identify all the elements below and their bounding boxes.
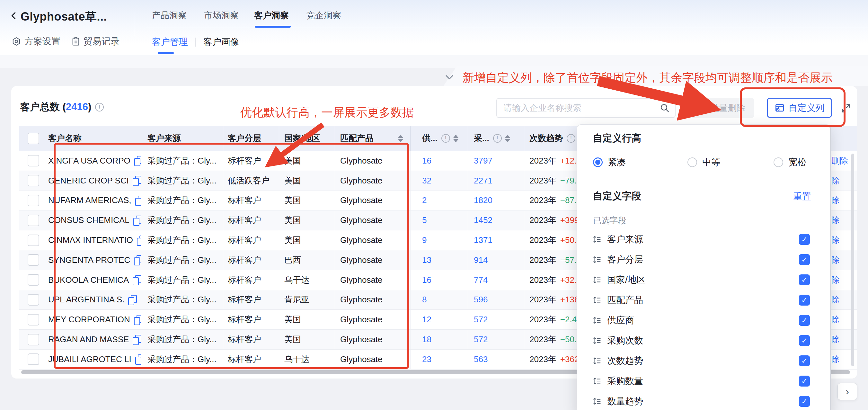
tab-market-insight[interactable]: 市场洞察 — [204, 10, 239, 21]
purchase-times-link[interactable]: 1820 — [474, 195, 493, 205]
customize-columns-button[interactable]: 自定义列 — [767, 98, 832, 118]
info-icon[interactable] — [441, 134, 450, 143]
radio-compact[interactable]: 紧凑 — [593, 156, 626, 168]
info-icon[interactable] — [567, 134, 575, 143]
plan-settings-button[interactable]: 方案设置 — [11, 35, 60, 48]
sort-icon[interactable] — [398, 135, 403, 142]
copy-icon[interactable] — [133, 314, 141, 325]
copy-icon[interactable] — [134, 195, 141, 206]
radio-loose[interactable]: 宽松 — [774, 156, 806, 168]
row-checkbox[interactable] — [28, 274, 39, 286]
info-icon[interactable] — [493, 134, 502, 143]
copy-icon[interactable] — [136, 235, 141, 246]
search-input[interactable] — [503, 103, 659, 113]
field-item[interactable]: 采购次数 — [577, 330, 830, 351]
radio-medium[interactable]: 中等 — [687, 156, 720, 168]
copy-icon[interactable] — [133, 215, 141, 226]
sort-icon[interactable] — [453, 135, 458, 142]
field-checkbox-checked[interactable] — [799, 396, 810, 407]
supplier-count-link[interactable]: 18 — [422, 334, 431, 345]
customer-name-link[interactable]: SYNGENTA PROTEC — [48, 255, 130, 265]
copy-icon[interactable] — [127, 294, 137, 305]
customer-name-link[interactable]: MEY CORPORATION — [48, 315, 130, 325]
field-checkbox-checked[interactable] — [799, 355, 810, 366]
copy-icon[interactable] — [132, 274, 141, 285]
customer-name-link[interactable]: NUFARM AMERICAS, — [48, 195, 131, 205]
search-icon[interactable] — [659, 103, 670, 113]
field-item[interactable]: 国家/地区 — [577, 270, 830, 290]
copy-icon[interactable] — [133, 255, 141, 265]
field-checkbox-checked[interactable] — [799, 376, 810, 386]
next-page-button[interactable]: › — [837, 383, 857, 400]
customer-name-link[interactable]: UPL ARGENTINA S. — [48, 295, 124, 304]
trade-records-button[interactable]: 贸易记录 — [71, 35, 120, 48]
customer-name-link[interactable]: BUKOOLA CHEMICA — [48, 275, 129, 285]
row-checkbox[interactable] — [28, 254, 39, 266]
drag-handle-icon[interactable] — [592, 255, 601, 264]
field-checkbox-checked[interactable] — [799, 274, 810, 285]
customer-name-link[interactable]: RAGAN AND MASSE — [48, 334, 129, 345]
drag-handle-icon[interactable] — [592, 397, 601, 406]
supplier-count-link[interactable]: 8 — [422, 295, 427, 304]
supplier-count-link[interactable]: 16 — [422, 156, 431, 166]
field-checkbox-checked[interactable] — [799, 295, 810, 305]
table-vertical-scrollbar[interactable] — [851, 154, 854, 366]
field-item[interactable]: 数量趋势 — [577, 391, 830, 410]
row-checkbox[interactable] — [28, 294, 39, 305]
supplier-count-link[interactable]: 16 — [422, 275, 431, 285]
row-checkbox[interactable] — [28, 215, 39, 226]
tab-customer-insight[interactable]: 客户洞察 — [254, 10, 289, 21]
drag-handle-icon[interactable] — [592, 296, 601, 304]
subtab-customer-profile[interactable]: 客户画像 — [203, 36, 239, 48]
supplier-count-link[interactable]: 12 — [422, 315, 431, 325]
field-item[interactable]: 供应商 — [577, 310, 830, 330]
purchase-times-link[interactable]: 3797 — [474, 156, 493, 166]
info-icon[interactable] — [95, 103, 104, 112]
purchase-times-link[interactable]: 914 — [474, 255, 488, 265]
field-item[interactable]: 客户分层 — [577, 250, 830, 270]
drag-handle-icon[interactable] — [592, 336, 601, 345]
customer-name-link[interactable]: JUBAILI AGROTEC LI — [48, 354, 131, 364]
subtab-customer-management[interactable]: 客户管理 — [152, 36, 188, 48]
purchase-times-link[interactable]: 1452 — [474, 215, 493, 225]
batch-delete-button[interactable]: 批量删除 — [689, 98, 754, 118]
supplier-count-link[interactable]: 32 — [422, 176, 431, 186]
drag-handle-icon[interactable] — [592, 275, 601, 284]
customer-name-link[interactable]: XINGFA USA CORPO — [48, 156, 130, 166]
row-checkbox[interactable] — [28, 314, 39, 325]
purchase-times-link[interactable]: 572 — [474, 315, 488, 325]
row-checkbox[interactable] — [28, 235, 39, 246]
tab-product-insight[interactable]: 产品洞察 — [152, 10, 187, 21]
tab-competitor-insight[interactable]: 竞企洞察 — [307, 10, 341, 21]
supplier-count-link[interactable]: 9 — [422, 235, 427, 245]
field-checkbox-checked[interactable] — [799, 234, 810, 245]
customer-name-link[interactable]: CINMAX INTERNATIO — [48, 235, 133, 245]
row-checkbox[interactable] — [28, 334, 39, 345]
purchase-times-link[interactable]: 596 — [474, 295, 488, 304]
field-checkbox-checked[interactable] — [799, 335, 810, 346]
copy-icon[interactable] — [134, 354, 141, 365]
field-item[interactable]: 客户来源 — [577, 229, 830, 250]
row-checkbox[interactable] — [28, 155, 39, 167]
drag-handle-icon[interactable] — [592, 377, 601, 386]
row-checkbox[interactable] — [28, 175, 39, 186]
field-item[interactable]: 采购数量 — [577, 371, 830, 391]
copy-icon[interactable] — [132, 175, 141, 186]
field-item[interactable]: 匹配产品 — [577, 290, 830, 310]
fullscreen-icon[interactable] — [840, 103, 851, 114]
purchase-times-link[interactable]: 572 — [474, 334, 488, 345]
purchase-times-link[interactable]: 1371 — [474, 235, 493, 245]
field-checkbox-checked[interactable] — [799, 254, 810, 265]
back-icon[interactable] — [9, 10, 19, 21]
customer-name-link[interactable]: CONSUS CHEMICAL — [48, 215, 129, 225]
customer-name-link[interactable]: GENERIC CROP SCI — [48, 176, 129, 186]
purchase-times-link[interactable]: 2271 — [474, 176, 493, 186]
sort-icon[interactable] — [505, 135, 510, 142]
field-item[interactable]: 次数趋势 — [577, 351, 830, 371]
purchase-times-link[interactable]: 563 — [474, 354, 488, 364]
copy-icon[interactable] — [132, 334, 141, 345]
collapse-chevron-icon[interactable] — [444, 72, 454, 82]
supplier-count-link[interactable]: 13 — [422, 255, 431, 265]
field-checkbox-checked[interactable] — [799, 315, 810, 326]
delete-link[interactable]: 删除 — [831, 155, 848, 167]
